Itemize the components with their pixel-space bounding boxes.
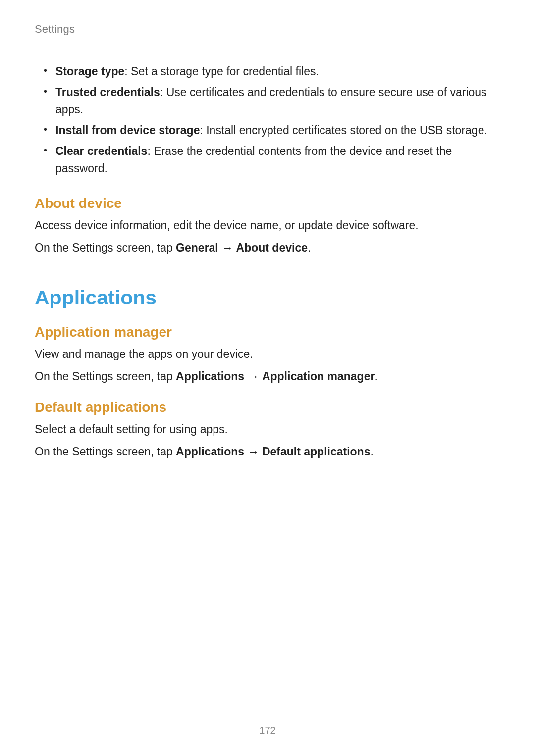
arrow-icon: → bbox=[244, 370, 262, 383]
heading-application-manager: Application manager bbox=[35, 324, 500, 340]
default-apps-p1: Select a default setting for using apps. bbox=[35, 420, 500, 439]
app-mgr-p1: View and manage the apps on your device. bbox=[35, 345, 500, 363]
default-apps-p2: On the Settings screen, tap Applications… bbox=[35, 443, 500, 461]
credential-bullet-list: Storage type: Set a storage type for cre… bbox=[35, 63, 500, 178]
text-fragment: . bbox=[374, 370, 377, 383]
path-segment: Applications bbox=[176, 445, 244, 458]
path-segment: Application manager bbox=[262, 370, 374, 383]
page-number: 172 bbox=[0, 725, 535, 736]
bullet-desc: : Set a storage type for credential file… bbox=[124, 65, 319, 78]
text-fragment: . bbox=[370, 445, 373, 458]
text-fragment: On the Settings screen, tap bbox=[35, 370, 176, 383]
bullet-label: Storage type bbox=[55, 65, 124, 78]
path-segment: General bbox=[176, 241, 218, 254]
arrow-icon: → bbox=[218, 241, 236, 254]
bullet-label: Trusted credentials bbox=[55, 86, 160, 99]
bullet-label: Clear credentials bbox=[55, 145, 147, 157]
list-item: Trusted credentials: Use certificates an… bbox=[35, 84, 500, 119]
list-item: Clear credentials: Erase the credential … bbox=[35, 143, 500, 178]
about-device-p2: On the Settings screen, tap General → Ab… bbox=[35, 239, 500, 257]
about-device-p1: Access device information, edit the devi… bbox=[35, 216, 500, 235]
text-fragment: . bbox=[308, 241, 311, 254]
bullet-label: Install from device storage bbox=[55, 124, 200, 137]
path-segment: About device bbox=[236, 241, 308, 254]
text-fragment: On the Settings screen, tap bbox=[35, 241, 176, 254]
arrow-icon: → bbox=[244, 445, 262, 458]
list-item: Storage type: Set a storage type for cre… bbox=[35, 63, 500, 81]
path-segment: Applications bbox=[176, 370, 244, 383]
heading-default-applications: Default applications bbox=[35, 400, 500, 415]
heading-applications: Applications bbox=[35, 286, 500, 309]
text-fragment: On the Settings screen, tap bbox=[35, 445, 176, 458]
bullet-desc: : Install encrypted certificates stored … bbox=[200, 124, 487, 137]
running-header: Settings bbox=[35, 23, 500, 36]
heading-about-device: About device bbox=[35, 196, 500, 211]
path-segment: Default applications bbox=[262, 445, 371, 458]
document-page: Settings Storage type: Set a storage typ… bbox=[0, 0, 535, 756]
list-item: Install from device storage: Install enc… bbox=[35, 122, 500, 140]
app-mgr-p2: On the Settings screen, tap Applications… bbox=[35, 367, 500, 386]
